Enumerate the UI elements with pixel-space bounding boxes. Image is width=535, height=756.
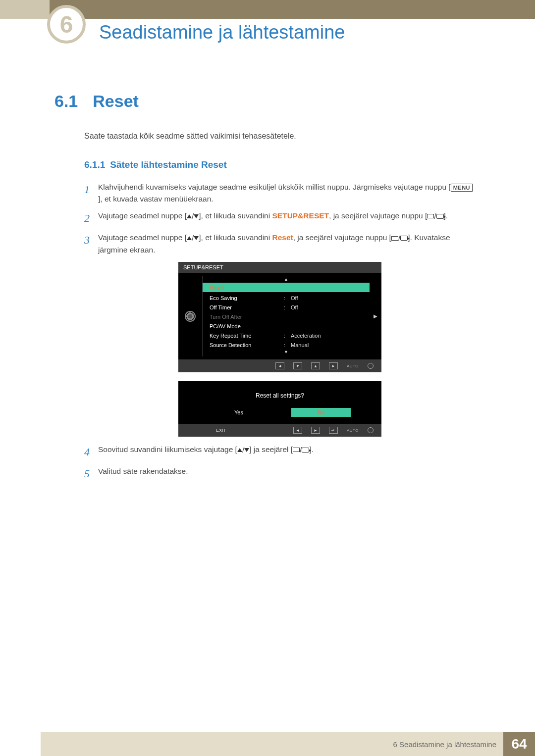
text-fragment: ] ja seejärel [	[249, 445, 293, 454]
osd-footer-buttons: ◄ ▼ ▲ ► AUTO	[178, 359, 381, 372]
osd-item-label: Eco Saving	[210, 295, 284, 301]
text-fragment: ], et liikuda suvandini	[199, 211, 272, 220]
text-fragment: Vajutage seadmel nuppe [	[98, 233, 187, 242]
osd-item-label: Turn Off After	[210, 314, 284, 320]
osd-menu-item: Key Repeat Time:Acceleration	[203, 331, 370, 340]
osd-item-label: PC/AV Mode	[210, 323, 284, 329]
nav-down-icon: ▼	[293, 362, 302, 369]
step-text: Vajutage seadmel nuppe [ / ], et liikuda…	[98, 232, 476, 256]
scroll-up-icon: ▲	[203, 277, 370, 283]
osd-menu-item: Off Timer:Off	[203, 302, 370, 312]
chapter-number-badge: 6	[47, 5, 86, 44]
osd-item-value: Manual	[291, 342, 309, 348]
confirm-options: Yes No	[198, 408, 362, 417]
page-footer: 6 Seadistamine ja lähtestamine 64	[41, 732, 535, 756]
steps-list-continued: 4 Soovitud suvandini liikumiseks vajutag…	[84, 444, 476, 482]
osd-item-value: Off	[291, 304, 298, 310]
osd-reset-confirm: Reset all settings? Yes No EXIT ◄ ► ↵ AU…	[178, 381, 381, 437]
subsection-heading: 6.1.1Sätete lähtestamine Reset	[84, 159, 481, 170]
text-fragment: ], et kuvada vastav menüüekraan.	[98, 195, 214, 203]
step-text: Valitud säte rakendatakse.	[98, 465, 476, 477]
page-number: 64	[503, 732, 535, 756]
menu-button-label: MENU	[451, 184, 473, 192]
page-content: 6.1Reset Saate taastada kõik seadme sätt…	[54, 92, 481, 487]
osd-confirm-footer: EXIT ◄ ► ↵ AUTO	[178, 424, 381, 437]
colon: :	[284, 333, 291, 339]
osd-menu-item: PC/AV Mode	[203, 321, 370, 331]
confirm-question: Reset all settings?	[198, 392, 362, 399]
nav-right-icon: ►	[311, 427, 320, 434]
osd-title: SETUP&RESET	[178, 262, 381, 273]
osd-item-value: Off	[291, 295, 298, 301]
up-down-icon: /	[187, 210, 199, 222]
osd-item-label: Source Detection	[210, 342, 284, 348]
section-heading: 6.1Reset	[54, 92, 481, 111]
power-icon	[368, 363, 374, 369]
section-intro: Saate taastada kõik seadme sätted vaikim…	[84, 132, 481, 141]
scroll-down-icon: ▼	[203, 350, 370, 355]
rect-source-icon: /	[293, 444, 309, 456]
enter-icon: ↵	[329, 427, 338, 434]
keyword-setup-reset: SETUP&RESET	[272, 211, 329, 220]
nav-right-icon: ►	[329, 362, 338, 369]
auto-label: AUTO	[347, 364, 359, 368]
osd-menu-item: Turn Off After	[203, 312, 370, 321]
colon: :	[284, 304, 291, 310]
step-text: Vajutage seadmel nuppe [ / ], et liikuda…	[98, 210, 476, 222]
exit-label: EXIT	[216, 428, 226, 433]
osd-item-value: Acceleration	[291, 333, 321, 339]
text-fragment: ], et liikuda suvandini	[199, 233, 272, 242]
auto-label: AUTO	[347, 428, 359, 433]
colon: :	[284, 342, 291, 348]
keyword-reset: Reset	[272, 233, 293, 242]
submenu-arrow-icon: ▶	[370, 276, 381, 356]
osd-setup-reset-menu: SETUP&RESET ▲ ResetEco Saving:OffOff Tim…	[178, 262, 381, 372]
step-number: 1	[84, 181, 98, 198]
gear-icon	[185, 311, 196, 322]
rect-source-icon: /	[427, 210, 443, 222]
text-fragment: , ja seejärel vajutage nuppu [	[293, 233, 391, 242]
step-2: 2 Vajutage seadmel nuppe [ / ], et liiku…	[84, 210, 476, 227]
nav-left-icon: ◄	[275, 362, 284, 369]
osd-menu-item: Source Detection:Manual	[203, 340, 370, 350]
step-text: Soovitud suvandini liikumiseks vajutage …	[98, 444, 476, 456]
option-yes: Yes	[209, 408, 268, 417]
subsection-title: Sätete lähtestamine Reset	[110, 159, 227, 170]
header-bar-accent	[0, 0, 50, 19]
text-fragment: Klahvijuhendi kuvamiseks vajutage seadme…	[98, 183, 451, 191]
osd-category-icon-col	[178, 276, 202, 356]
step-number: 2	[84, 210, 98, 227]
footer-chapter-label: 6 Seadistamine ja lähtestamine	[41, 732, 503, 756]
osd-menu-item: Reset	[203, 283, 370, 292]
step-3: 3 Vajutage seadmel nuppe [ / ], et liiku…	[84, 232, 476, 256]
osd-item-label: Key Repeat Time	[210, 333, 284, 339]
osd-item-label: Reset	[210, 285, 284, 291]
subsection-number: 6.1.1	[84, 159, 105, 170]
up-down-icon: /	[187, 232, 199, 244]
step-5: 5 Valitud säte rakendatakse.	[84, 465, 476, 482]
steps-list: 1 Klahvijuhendi kuvamiseks vajutage sead…	[84, 181, 476, 256]
nav-up-icon: ▲	[311, 362, 320, 369]
step-number: 5	[84, 465, 98, 482]
step-1: 1 Klahvijuhendi kuvamiseks vajutage sead…	[84, 181, 476, 205]
section-title: Reset	[93, 92, 139, 110]
osd-menu-list: ▲ ResetEco Saving:OffOff Timer:OffTurn O…	[202, 276, 370, 356]
step-number: 4	[84, 444, 98, 460]
text-fragment: Soovitud suvandini liikumiseks vajutage …	[98, 445, 237, 454]
osd-item-label: Off Timer	[210, 304, 284, 310]
step-text: Klahvijuhendi kuvamiseks vajutage seadme…	[98, 181, 476, 205]
osd-menu-item: Eco Saving:Off	[203, 293, 370, 302]
section-number: 6.1	[54, 92, 78, 110]
option-no-selected: No	[291, 408, 351, 417]
power-icon	[368, 427, 374, 433]
rect-source-icon: /	[391, 232, 408, 244]
text-fragment: Vajutage seadmel nuppe [	[98, 211, 187, 220]
text-fragment: , ja seejärel vajutage nuppu [	[329, 211, 427, 220]
step-number: 3	[84, 232, 98, 249]
nav-left-icon: ◄	[293, 427, 302, 434]
step-4: 4 Soovitud suvandini liikumiseks vajutag…	[84, 444, 476, 460]
up-down-icon: /	[237, 444, 249, 456]
chapter-title: Seadistamine ja lähtestamine	[99, 22, 345, 43]
osd-illustrations: SETUP&RESET ▲ ResetEco Saving:OffOff Tim…	[178, 262, 481, 437]
colon: :	[284, 295, 291, 301]
